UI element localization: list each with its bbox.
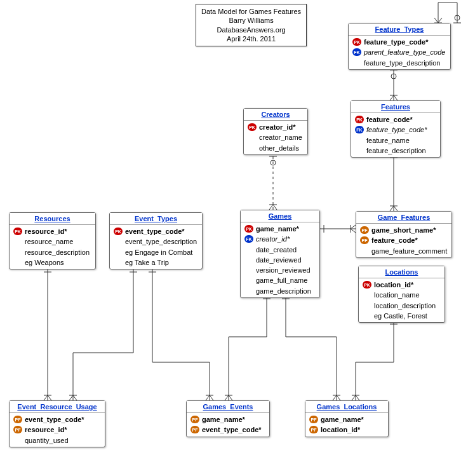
key-spacer — [360, 247, 369, 255]
attribute-row: PKcreator_id* — [246, 122, 305, 132]
attribute-row: resource_name — [12, 236, 93, 247]
key-spacer — [244, 266, 253, 274]
attribute-name: location_description — [374, 301, 436, 310]
attribute-row: PKfeature_code* — [354, 114, 438, 125]
attribute-row: location_name — [361, 290, 442, 300]
key-spacer — [114, 238, 123, 245]
attribute-name: event_type_code* — [202, 425, 262, 434]
pk-key-icon: PK — [13, 228, 22, 235]
attribute-name: eg Castle, Forest — [374, 311, 427, 320]
pk-key-icon: PK — [248, 123, 257, 131]
attribute-name: feature_description — [366, 146, 426, 155]
key-spacer — [352, 59, 361, 67]
attribute-name: location_id* — [374, 280, 413, 289]
key-spacer — [244, 256, 253, 264]
attribute-row: FKparent_feature_type_code — [351, 47, 448, 57]
attribute-row: other_details — [246, 143, 305, 153]
attribute-name: creator_id* — [256, 235, 290, 243]
attribute-name: resource_id* — [25, 425, 67, 434]
entity-title: Game_Features — [356, 212, 451, 224]
key-spacer — [363, 302, 371, 309]
attribute-name: resource_name — [25, 237, 73, 246]
entity-games-locations: Games_Locations PFgame_name*PFlocation_i… — [305, 400, 389, 437]
entity-creators: Creators PKcreator_id*creator_nameother_… — [243, 108, 308, 155]
key-spacer — [363, 291, 371, 299]
pf-key-icon: PF — [309, 416, 318, 423]
svg-point-2 — [271, 160, 276, 165]
key-spacer — [13, 259, 22, 266]
attribute-row: resource_description — [12, 247, 93, 257]
attribute-name: resource_description — [25, 248, 90, 257]
attribute-row: game_full_name — [243, 275, 317, 285]
attribute-row: PFlocation_id* — [308, 425, 385, 435]
diagram-title-box: Data Model for Games Features Barry Will… — [196, 4, 307, 46]
key-spacer — [355, 137, 364, 144]
attribute-row: PFevent_type_code* — [189, 425, 267, 435]
attribute-name: location_id* — [321, 425, 360, 434]
attribute-name: eg Weapons — [25, 258, 64, 267]
attribute-row: version_reviewed — [243, 265, 317, 275]
attribute-name: date_created — [256, 245, 297, 254]
attribute-name: feature_name — [366, 136, 410, 145]
attribute-name: eg Take a Trip — [125, 258, 169, 267]
pk-key-icon: PK — [352, 38, 361, 46]
attribute-row: location_description — [361, 301, 442, 311]
attribute-name: date_reviewed — [256, 255, 302, 264]
entity-games-events: Games_Events PFgame_name*PFevent_type_co… — [186, 400, 270, 437]
attribute-row: PKresource_id* — [12, 226, 93, 236]
pk-key-icon: PK — [244, 225, 253, 233]
attribute-name: version_reviewed — [256, 266, 311, 275]
key-spacer — [13, 238, 22, 245]
entity-games: Games PKgame_name*FKcreator_id*date_crea… — [240, 210, 320, 298]
attribute-name: feature_type_code* — [364, 37, 429, 46]
attribute-name: eg Engage in Combat — [125, 248, 192, 257]
entity-title: Creators — [244, 109, 307, 121]
attribute-row: PKgame_name* — [243, 224, 317, 234]
entity-feature-types: Feature_Types PKfeature_type_code*FKpare… — [348, 23, 451, 70]
key-spacer — [244, 246, 253, 254]
entity-title: Resources — [10, 213, 95, 225]
entity-resources: Resources PKresource_id*resource_nameres… — [9, 212, 96, 269]
entity-features: Features PKfeature_code*FKfeature_type_c… — [351, 100, 441, 158]
attribute-row: PKfeature_type_code* — [351, 37, 448, 47]
entity-event-types: Event_Types PKevent_type_code*event_type… — [109, 212, 203, 269]
attribute-name: creator_id* — [259, 123, 295, 132]
attribute-row: eg Take a Trip — [112, 257, 199, 268]
pf-key-icon: PF — [190, 426, 199, 433]
attribute-name: event_type_code* — [25, 415, 84, 424]
key-spacer — [363, 312, 371, 320]
attribute-row: PKevent_type_code* — [112, 226, 199, 236]
attribute-row: PFresource_id* — [12, 425, 102, 435]
attribute-row: creator_name — [246, 132, 305, 142]
pf-key-icon: PF — [360, 226, 369, 234]
key-spacer — [244, 277, 253, 285]
entity-title: Games_Events — [187, 401, 269, 413]
attribute-row: event_type_description — [112, 236, 199, 247]
entity-title: Games_Locations — [305, 401, 388, 413]
attribute-name: event_type_code* — [125, 227, 185, 236]
attribute-row: game_description — [243, 286, 317, 296]
pk-key-icon: PK — [363, 281, 371, 289]
entity-title: Event_Types — [110, 213, 202, 225]
attribute-row: date_created — [243, 245, 317, 255]
entity-locations: Locations PKlocation_id*location_nameloc… — [358, 266, 445, 323]
attribute-name: feature_code* — [371, 236, 418, 245]
attribute-row: eg Castle, Forest — [361, 311, 442, 321]
entity-title: Feature_Types — [349, 24, 450, 36]
key-spacer — [248, 133, 257, 141]
attribute-name: other_details — [259, 144, 299, 153]
title-line: Barry Williams — [201, 16, 301, 25]
pf-key-icon: PF — [309, 426, 318, 433]
attribute-name: location_name — [374, 290, 420, 299]
key-spacer — [355, 147, 364, 154]
svg-point-0 — [455, 15, 460, 20]
fk-key-icon: FK — [355, 126, 364, 133]
attribute-row: PFgame_name* — [308, 414, 385, 425]
key-spacer — [114, 248, 123, 256]
entity-title: Locations — [359, 266, 444, 278]
attribute-name: game_name* — [256, 224, 299, 233]
entity-title: Features — [351, 101, 440, 113]
svg-point-1 — [391, 74, 396, 79]
attribute-name: feature_type_description — [364, 58, 440, 67]
attribute-row: PFevent_type_code* — [12, 414, 102, 425]
